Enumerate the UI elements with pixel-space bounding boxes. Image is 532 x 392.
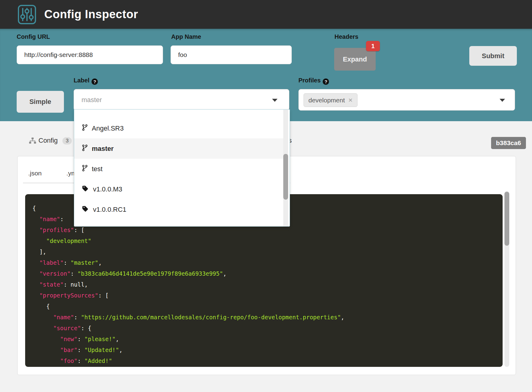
dropdown-item-label: v1.0.0.RC2: [93, 226, 126, 227]
dropdown-item-label: master: [92, 145, 114, 153]
label-combobox-value: master: [81, 89, 102, 110]
dropdown-item-label: Angel.SR3: [92, 125, 124, 132]
label-field-label: Label?: [74, 77, 98, 85]
code-line: "state": null,: [32, 279, 503, 290]
profile-chip: development ✕: [304, 93, 357, 107]
code-line: ],: [32, 246, 503, 257]
query-form: Config URL App Name Headers Expand 1 Sub…: [0, 29, 532, 121]
git-branch-icon: [82, 164, 92, 174]
profile-chip-label: development: [308, 97, 345, 104]
headers-label: Headers: [334, 33, 358, 40]
code-line: "bar": "Updated!",: [32, 344, 503, 355]
expand-headers-button[interactable]: Expand: [334, 48, 376, 71]
remove-profile-icon[interactable]: ✕: [348, 97, 353, 104]
code-lines: { "name": "profiles": [ "development" ],…: [32, 203, 503, 366]
code-line: "propertySources": [: [32, 290, 503, 301]
code-line: "foo": "Added!": [32, 355, 503, 366]
dropdown-item-label: v1.0.0.M3: [93, 185, 122, 193]
dropdown-item-master[interactable]: master: [74, 138, 283, 159]
submit-button[interactable]: Submit: [469, 46, 517, 66]
sliders-logo-icon: [18, 5, 36, 25]
config-url-input[interactable]: [17, 45, 163, 64]
profiles-combobox[interactable]: development ✕: [298, 89, 515, 111]
dropdown-item-label: test: [92, 165, 102, 173]
dropdown-item-v1.0.0.M3[interactable]: v1.0.0.M3: [74, 179, 283, 199]
app-name-input[interactable]: [171, 45, 292, 64]
page-title: Config Inspector: [44, 0, 138, 29]
sitemap-icon: [29, 138, 36, 146]
label-dropdown-list: Angel.SR3mastertestv1.0.0.M3v1.0.0.RC1v1…: [74, 118, 290, 227]
label-dropdown-panel: Angel.SR3mastertestv1.0.0.M3v1.0.0.RC1v1…: [74, 109, 290, 227]
profiles-help-icon[interactable]: ?: [323, 78, 329, 85]
tag-icon: [82, 226, 93, 227]
code-line: "label": "master",: [32, 257, 503, 268]
app-header: Config Inspector: [0, 0, 532, 29]
label-caret-icon[interactable]: [272, 99, 278, 102]
app-name-label: App Name: [171, 33, 201, 40]
tag-icon: [82, 205, 93, 214]
profiles-caret-icon[interactable]: [500, 99, 505, 102]
dropdown-item-test[interactable]: test: [74, 159, 283, 179]
dropdown-item-v1.0.0.RC1[interactable]: v1.0.0.RC1: [74, 199, 283, 220]
label-combobox[interactable]: master: [74, 89, 289, 111]
config-count-badge: 3: [62, 137, 72, 145]
dropdown-item-v1.0.0.RC2[interactable]: v1.0.0.RC2: [74, 220, 283, 227]
tab-json[interactable]: .json: [28, 170, 42, 177]
code-line: "name": "https://github.com/marcellodesa…: [32, 312, 503, 323]
tag-icon: [82, 185, 93, 194]
code-scrollbar-thumb[interactable]: [504, 192, 509, 246]
config-inspector-screen: Config Inspector Config URL App Name Hea…: [0, 0, 532, 392]
git-branch-icon: [82, 124, 92, 133]
simple-mode-button[interactable]: Simple: [17, 91, 64, 113]
tab-config[interactable]: Config: [38, 137, 58, 145]
dropdown-scrollbar-thumb[interactable]: [283, 154, 288, 200]
code-line: {: [32, 301, 503, 312]
config-url-label: Config URL: [17, 33, 50, 40]
code-line: "source": {: [32, 323, 503, 334]
code-line: "development": [32, 235, 503, 246]
code-line: "version": "b383ca6b46d4141de5e90e1979f8…: [32, 268, 503, 279]
git-branch-icon: [82, 144, 92, 153]
dropdown-item-label: v1.0.0.RC1: [93, 206, 126, 214]
profiles-label: Profiles?: [298, 77, 329, 85]
dropdown-item-Angel.SR3[interactable]: Angel.SR3: [74, 118, 283, 138]
commit-hash-badge: b383ca6: [491, 137, 526, 149]
code-line: "new": "please!",: [32, 334, 503, 344]
label-help-icon[interactable]: ?: [91, 78, 98, 85]
headers-count-badge: 1: [366, 41, 380, 51]
